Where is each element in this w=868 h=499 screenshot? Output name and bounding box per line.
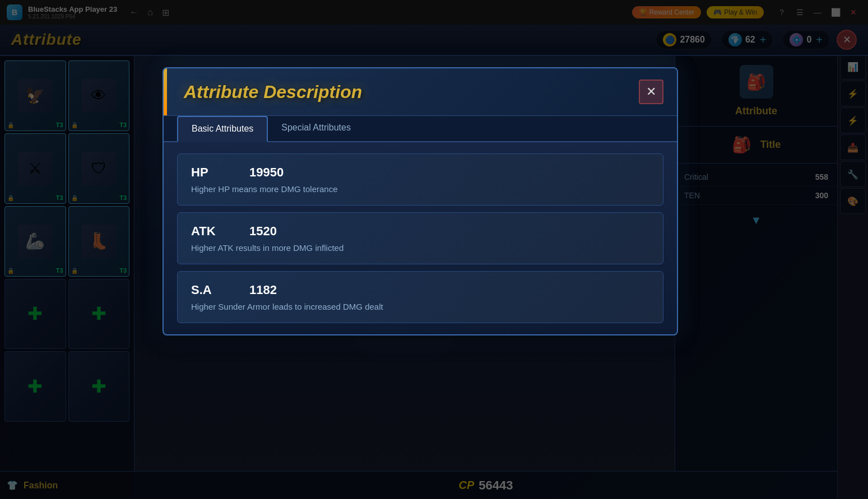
atk-label: ATK [191, 224, 236, 239]
hp-label: HP [191, 165, 236, 180]
modal-title: Attribute Description [177, 82, 362, 102]
sa-attribute-card: S.A 1182 Higher Sunder Armor leads to in… [177, 271, 663, 323]
atk-description: Higher ATK results in more DMG inflicted [191, 243, 649, 253]
sa-description: Higher Sunder Armor leads to increased D… [191, 302, 649, 311]
header-accent [164, 68, 167, 115]
tab-basic-attributes[interactable]: Basic Attributes [177, 116, 268, 142]
sa-label: S.A [191, 283, 236, 297]
modal-close-button[interactable]: ✕ [639, 80, 663, 104]
hp-description: Higher HP means more DMG tolerance [191, 184, 649, 194]
atk-value: 1520 [249, 224, 277, 239]
hp-card-header: HP 19950 [191, 165, 649, 180]
hp-attribute-card: HP 19950 Higher HP means more DMG tolera… [177, 153, 663, 206]
atk-card-header: ATK 1520 [191, 224, 649, 239]
modal-header: Attribute Description ✕ [164, 68, 677, 116]
tab-special-attributes[interactable]: Special Attributes [268, 116, 364, 142]
modal-tabs: Basic Attributes Special Attributes [164, 116, 677, 142]
hp-value: 19950 [249, 165, 284, 180]
atk-attribute-card: ATK 1520 Higher ATK results in more DMG … [177, 212, 663, 264]
attribute-description-dialog: Attribute Description ✕ Basic Attributes… [163, 67, 678, 335]
modal-content: HP 19950 Higher HP means more DMG tolera… [164, 142, 677, 334]
sa-value: 1182 [249, 283, 277, 297]
sa-card-header: S.A 1182 [191, 283, 649, 297]
modal-overlay: Attribute Description ✕ Basic Attributes… [0, 0, 868, 499]
